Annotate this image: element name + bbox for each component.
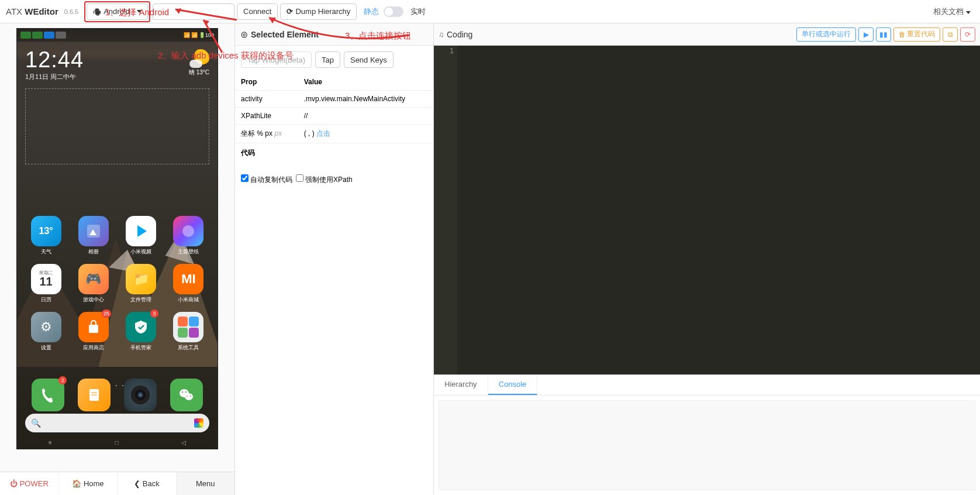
realtime-toggle[interactable]	[384, 6, 403, 17]
platform-select[interactable]: Android	[87, 4, 148, 20]
table-row: activity.mvp.view.main.NewMainActivity	[235, 91, 433, 108]
clear-icon: ⟳	[965, 30, 971, 39]
auto-copy-checkbox[interactable]: 自动复制代码	[241, 174, 292, 185]
back-button[interactable]: ❮Back	[117, 472, 176, 495]
play-button[interactable]: ▶	[858, 28, 874, 42]
app-icon: 25	[78, 312, 109, 342]
click-coord-link[interactable]: 点击	[316, 129, 330, 138]
static-mode-label[interactable]: 静态	[364, 6, 379, 17]
nav-home[interactable]: □	[115, 439, 118, 446]
prop-header: Prop	[235, 74, 298, 91]
home-icon: 🏠	[72, 479, 81, 488]
coding-title: Coding	[447, 30, 472, 39]
app-设置[interactable]: ⚙设置	[25, 312, 67, 352]
output-tabs: Hierarchy Console	[434, 374, 980, 396]
app-label: 文件管理	[130, 296, 151, 304]
svg-point-18	[187, 396, 188, 397]
menu-button[interactable]: Menu	[176, 472, 235, 495]
device-controls: ⏻POWER 🏠Home ❮Back Menu	[0, 472, 234, 495]
app-label: 天气	[41, 248, 51, 256]
brand: ATX WEditor	[6, 6, 58, 16]
platform-highlight-box: Android	[84, 1, 150, 22]
svg-point-15	[185, 393, 193, 400]
app-label: 系统工具	[178, 344, 199, 352]
svg-point-19	[190, 396, 191, 397]
app-icon: 13°	[31, 216, 61, 246]
power-button[interactable]: ⏻POWER	[0, 472, 58, 495]
assistant-logo-icon	[194, 418, 203, 428]
panel-title: Selected Element	[251, 30, 319, 39]
dock-app[interactable]: 2	[32, 379, 64, 411]
tap-button[interactable]: Tap	[315, 51, 340, 68]
app-日历[interactable]: 星期二11日历	[25, 264, 67, 304]
device-id-input[interactable]	[153, 4, 234, 20]
connect-button[interactable]: Connect	[237, 4, 278, 20]
app-主题壁纸[interactable]: 主题壁纸	[168, 216, 209, 256]
chevron-down-icon	[966, 11, 971, 14]
version-label: 0.6.5	[64, 8, 78, 15]
app-icon: 📁	[126, 264, 156, 294]
app-icon	[173, 312, 203, 342]
power-icon: ⏻	[10, 479, 18, 488]
app-小米商城[interactable]: MI小米商城	[168, 264, 209, 304]
app-icon: MI	[173, 264, 203, 294]
app-label: 设置	[41, 344, 51, 352]
code-editor[interactable]: 1	[434, 46, 980, 374]
force-xpath-checkbox[interactable]: 强制使用XPath	[296, 174, 353, 185]
app-相册[interactable]: 相册	[73, 216, 114, 256]
app-label: 游戏中心	[83, 296, 104, 304]
app-label: 主题壁纸	[178, 248, 199, 256]
clear-button[interactable]: ⟳	[960, 28, 975, 42]
nav-back[interactable]: ◁	[181, 439, 186, 446]
coding-panel: ♫Coding 单行或选中运行 ▶ ▮▮ 🗑 重置代码 ⧉ ⟳ 1 Hierar…	[434, 23, 980, 495]
code-section-label: 代码	[235, 143, 433, 163]
svg-point-6	[182, 225, 194, 237]
app-icon: 星期二11	[31, 264, 61, 294]
table-row: 坐标 % px px( , ) 点击	[235, 125, 433, 143]
copy-icon: ⧉	[948, 30, 953, 39]
tab-hierarchy[interactable]: Hierarchy	[434, 375, 488, 395]
chevron-down-icon	[137, 10, 142, 13]
run-selection-button[interactable]: 单行或选中运行	[796, 28, 856, 42]
dump-hierarchy-button[interactable]: ⟳ Dump Hierarchy	[280, 4, 357, 20]
stop-button[interactable]: ▮▮	[876, 28, 891, 42]
app-系统工具[interactable]: 系统工具	[168, 312, 209, 352]
app-应用商店[interactable]: 25应用商店	[73, 312, 114, 352]
dock-app[interactable]	[124, 379, 157, 411]
target-icon: ◎	[241, 30, 247, 39]
app-label: 日历	[41, 296, 51, 304]
selected-element-panel: ◎ Selected Element Tap Widget(beta) Tap …	[235, 23, 434, 495]
console-output	[434, 396, 980, 495]
dock-app[interactable]	[170, 379, 203, 411]
app-小米视频[interactable]: 小米视频	[120, 216, 162, 256]
home-search-bar[interactable]: 🔍	[25, 414, 209, 432]
app-icon: 3	[126, 312, 156, 342]
app-文件管理[interactable]: 📁文件管理	[120, 264, 162, 304]
tab-console[interactable]: Console	[488, 375, 538, 395]
trash-icon: 🗑	[899, 30, 906, 39]
home-button[interactable]: 🏠Home	[58, 472, 118, 495]
app-label: 相册	[88, 248, 99, 256]
top-toolbar: ATX WEditor 0.6.5 Android Connect ⟳ Dump…	[0, 0, 980, 23]
table-row: XPathLite//	[235, 108, 433, 125]
app-label: 手机管家	[130, 344, 151, 352]
back-icon: ❮	[134, 479, 140, 488]
app-icon	[126, 216, 156, 246]
app-天气[interactable]: 13°天气	[25, 216, 67, 256]
realtime-mode-label: 实时	[410, 6, 426, 17]
docs-link[interactable]: 相关文档	[933, 6, 971, 17]
weather-icon	[192, 49, 209, 67]
reset-code-button[interactable]: 🗑 重置代码	[893, 28, 940, 42]
phone-screen[interactable]: 📶📶🔋100 12:44 1月11日 周二中午 晴 13°C	[16, 28, 218, 449]
copy-button[interactable]: ⧉	[943, 28, 958, 42]
dock-app[interactable]	[78, 379, 111, 411]
nav-menu[interactable]: ≡	[49, 439, 52, 446]
app-手机管家[interactable]: 3手机管家	[120, 312, 162, 352]
app-grid: 13°天气相册小米视频主题壁纸星期二11日历🎮游戏中心📁文件管理MI小米商城⚙设…	[17, 216, 218, 352]
app-游戏中心[interactable]: 🎮游戏中心	[73, 264, 114, 304]
svg-point-16	[181, 391, 182, 393]
app-icon: ⚙	[31, 312, 61, 342]
send-keys-button[interactable]: Send Keys	[344, 51, 394, 68]
tap-widget-button[interactable]: Tap Widget(beta)	[241, 51, 312, 68]
editor-gutter: 1	[434, 46, 457, 374]
